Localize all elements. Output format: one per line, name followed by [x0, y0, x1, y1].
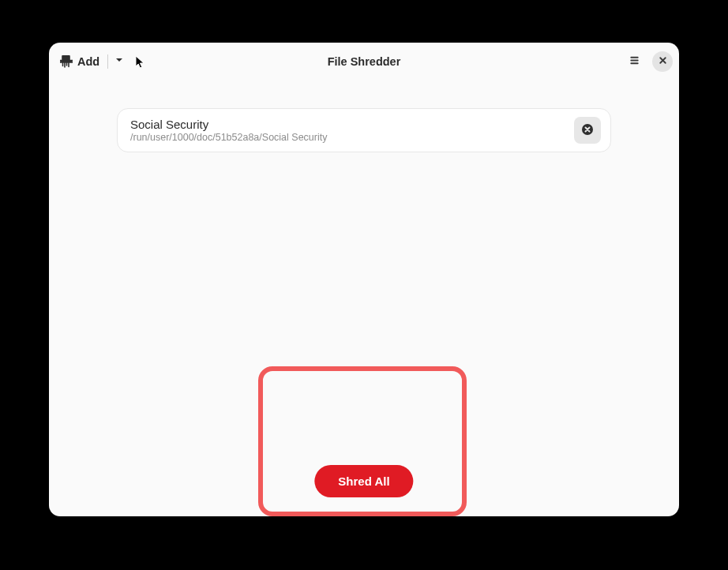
file-path: /run/user/1000/doc/51b52a8a/Social Secur… — [130, 132, 327, 143]
header-bar: Add File Shredder — [49, 43, 679, 80]
hamburger-icon — [629, 54, 640, 69]
shred-all-button[interactable]: Shred All — [314, 465, 413, 497]
app-window: Add File Shredder — [49, 43, 679, 516]
close-icon — [658, 55, 668, 68]
add-button-label: Add — [77, 55, 99, 68]
remove-file-button[interactable] — [574, 117, 601, 144]
file-row[interactable]: Social Security /run/user/1000/doc/51b52… — [117, 108, 611, 152]
file-info: Social Security /run/user/1000/doc/51b52… — [130, 118, 327, 143]
svg-rect-0 — [62, 56, 69, 60]
svg-rect-2 — [630, 56, 638, 58]
menu-button[interactable] — [624, 51, 644, 72]
svg-rect-3 — [630, 59, 638, 61]
app-title: File Shredder — [328, 55, 401, 68]
content-area: Social Security /run/user/1000/doc/51b52… — [49, 80, 679, 516]
add-button[interactable]: Add — [55, 52, 104, 71]
remove-circle-icon — [581, 123, 594, 138]
header-left-group: Add — [55, 51, 128, 72]
chevron-down-icon — [114, 55, 124, 67]
toolbar-separator — [107, 54, 108, 69]
file-name: Social Security — [130, 118, 327, 131]
header-right-group — [624, 51, 673, 72]
shredder-icon — [60, 55, 73, 68]
svg-rect-4 — [630, 62, 638, 64]
svg-rect-1 — [61, 60, 72, 62]
add-dropdown-button[interactable] — [111, 51, 128, 72]
close-button[interactable] — [652, 51, 673, 72]
